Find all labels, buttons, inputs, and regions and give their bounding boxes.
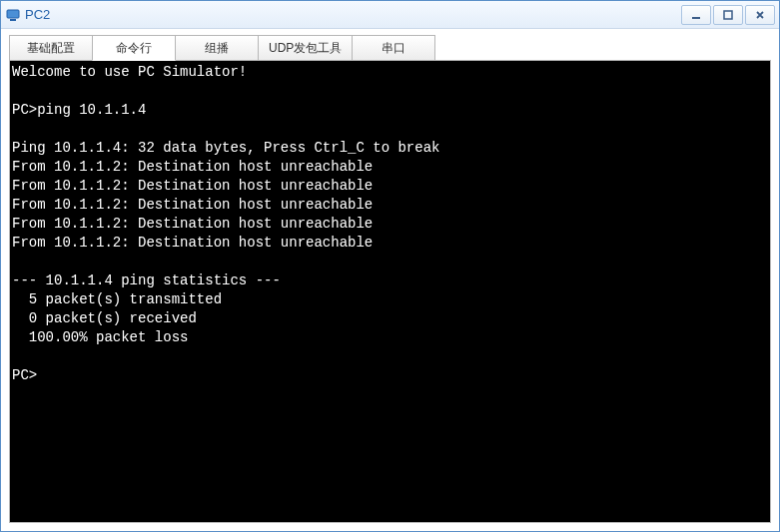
terminal-line: From 10.1.1.2: Destination host unreacha…	[12, 178, 373, 194]
terminal-line: 0 packet(s) received	[12, 310, 197, 326]
app-icon	[5, 7, 21, 23]
svg-rect-1	[10, 19, 16, 21]
terminal-line: From 10.1.1.2: Destination host unreacha…	[12, 159, 373, 175]
maximize-button[interactable]	[713, 5, 743, 25]
svg-rect-0	[7, 10, 19, 18]
terminal-line: 5 packet(s) transmitted	[12, 291, 222, 307]
terminal-line: From 10.1.1.2: Destination host unreacha…	[12, 235, 373, 251]
minimize-button[interactable]	[681, 5, 711, 25]
svg-rect-2	[692, 17, 700, 19]
app-window: PC2 基础配置 命令行 组播 UDP发包工具 串口 Welcome to us…	[0, 0, 780, 532]
terminal-line: 100.00% packet loss	[12, 329, 188, 345]
titlebar: PC2	[1, 1, 779, 29]
window-controls	[679, 5, 775, 25]
terminal-container: Welcome to use PC Simulator! PC>ping 10.…	[9, 60, 771, 523]
terminal-line: PC>ping 10.1.1.4	[12, 102, 146, 118]
tab-command-line[interactable]: 命令行	[92, 35, 176, 61]
title-left: PC2	[5, 7, 50, 23]
terminal-line: --- 10.1.1.4 ping statistics ---	[12, 272, 281, 288]
tab-label: 串口	[382, 40, 405, 57]
tab-label: 命令行	[116, 40, 152, 57]
terminal[interactable]: Welcome to use PC Simulator! PC>ping 10.…	[10, 61, 770, 522]
terminal-line: PC>	[12, 367, 37, 383]
tab-label: 组播	[205, 40, 229, 57]
terminal-line: From 10.1.1.2: Destination host unreacha…	[12, 216, 373, 232]
window-title: PC2	[25, 7, 50, 22]
close-button[interactable]	[745, 5, 775, 25]
tab-multicast[interactable]: 组播	[175, 35, 259, 61]
tab-label: UDP发包工具	[269, 40, 342, 57]
tab-udp-tool[interactable]: UDP发包工具	[258, 35, 353, 61]
terminal-line: From 10.1.1.2: Destination host unreacha…	[12, 197, 373, 213]
terminal-line: Welcome to use PC Simulator!	[12, 64, 247, 80]
terminal-line: Ping 10.1.1.4: 32 data bytes, Press Ctrl…	[12, 140, 439, 156]
tab-serial[interactable]: 串口	[352, 35, 435, 61]
svg-rect-3	[724, 11, 732, 19]
tab-bar: 基础配置 命令行 组播 UDP发包工具 串口	[9, 35, 771, 61]
content-area: 基础配置 命令行 组播 UDP发包工具 串口 Welcome to use PC…	[1, 29, 779, 531]
tab-label: 基础配置	[27, 40, 75, 57]
tab-basic-config[interactable]: 基础配置	[9, 35, 93, 61]
